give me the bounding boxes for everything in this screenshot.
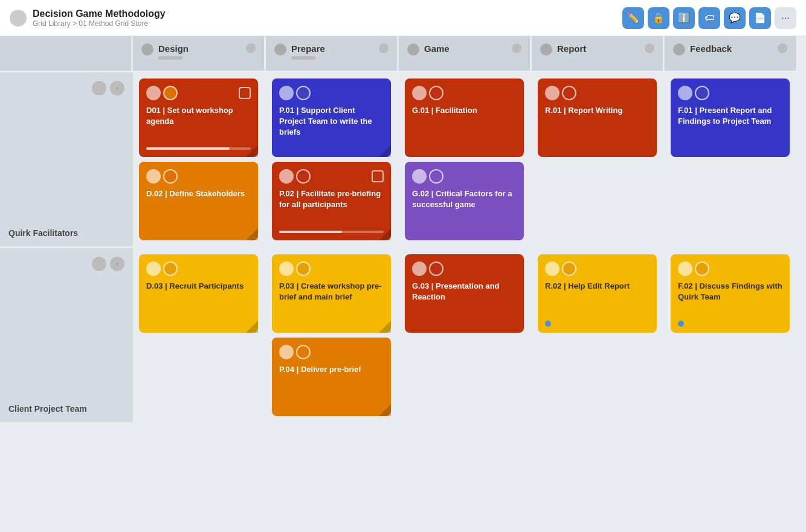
card-r01-header bbox=[545, 86, 650, 100]
card-p02-title: P.02 | Facilitate pre-briefing for all p… bbox=[279, 188, 384, 231]
game-col-avatar bbox=[407, 43, 419, 56]
card-p02-progress bbox=[279, 231, 384, 233]
grid-container: Design Prepare bbox=[0, 36, 806, 532]
card-r01-title: R.01 | Report Writing bbox=[545, 105, 650, 150]
feedback-col-avatar bbox=[673, 43, 685, 56]
card-d02-title: D.02 | Define Stakeholders bbox=[146, 188, 251, 233]
card-r02[interactable]: R.02 | Help Edit Report bbox=[538, 254, 657, 333]
row-header-client: › Client Project Team bbox=[0, 248, 133, 424]
row-header-quirk: › Quirk Facilitators bbox=[0, 72, 133, 248]
card-p03[interactable]: P.03 | Create workshop pre-brief and mai… bbox=[272, 254, 391, 333]
card-d02-avatar1 bbox=[146, 169, 161, 184]
app-avatar bbox=[10, 10, 27, 27]
edit-button[interactable]: ✏️ bbox=[622, 7, 644, 29]
app-header: Decision Game Methodology Grid Library >… bbox=[0, 0, 806, 36]
client-row-menu[interactable]: › bbox=[110, 257, 124, 271]
card-r01[interactable]: R.01 | Report Writing bbox=[538, 79, 657, 157]
card-p04-header bbox=[279, 345, 384, 359]
card-p02-avatar2 bbox=[296, 169, 311, 184]
cell-client-prepare: P.03 | Create workshop pre-brief and mai… bbox=[266, 248, 399, 424]
app-title: Decision Game Methodology bbox=[33, 8, 166, 19]
card-g03-avatar1 bbox=[412, 261, 427, 276]
card-g02-title: G.02 | Critical Factors for a successful… bbox=[412, 188, 517, 233]
card-r02-header bbox=[545, 261, 650, 276]
card-d01[interactable]: D01 | Set out workshop agenda bbox=[139, 79, 258, 157]
more-button[interactable]: ··· bbox=[775, 7, 796, 29]
header-left: Decision Game Methodology Grid Library >… bbox=[10, 8, 166, 28]
card-g02-avatar2 bbox=[429, 169, 443, 184]
col-header-report: Report bbox=[532, 36, 665, 72]
cell-quirk-prepare: P.01 | Support Client Project Team to wr… bbox=[266, 72, 399, 248]
card-f01[interactable]: F.01 | Present Report and Findings to Pr… bbox=[671, 79, 790, 157]
quirk-row-menu[interactable]: › bbox=[110, 81, 124, 95]
card-p01-avatar2 bbox=[296, 86, 311, 100]
toolbar: ✏️ 🔒 ℹ️ 🏷 💬 📄 ··· bbox=[622, 7, 796, 29]
card-r02-dot bbox=[545, 321, 551, 327]
card-d03-header bbox=[146, 261, 251, 276]
design-col-avatar bbox=[141, 43, 153, 56]
card-p01-avatar1 bbox=[279, 86, 294, 100]
prepare-col-icon bbox=[379, 43, 388, 53]
card-f02-dot bbox=[678, 321, 684, 327]
card-d01-checkbox[interactable] bbox=[239, 87, 251, 99]
card-f02-header bbox=[678, 261, 782, 276]
card-f02-avatar2 bbox=[695, 261, 709, 276]
row-header-client-icons: › bbox=[8, 257, 124, 271]
card-d01-title: D01 | Set out workshop agenda bbox=[146, 105, 251, 147]
card-r01-avatar2 bbox=[562, 86, 576, 100]
card-d01-avatar1 bbox=[146, 86, 161, 100]
card-f02[interactable]: F.02 | Discuss Findings with Quirk Team bbox=[671, 254, 790, 333]
card-d03[interactable]: D.03 | Recruit Participants bbox=[139, 254, 258, 333]
card-d01-progress bbox=[146, 147, 251, 150]
card-p02-avatar1 bbox=[279, 169, 294, 184]
card-g02[interactable]: G.02 | Critical Factors for a successful… bbox=[405, 162, 524, 240]
card-p02-checkbox[interactable] bbox=[372, 170, 384, 182]
card-p01-header bbox=[279, 86, 384, 100]
document-button[interactable]: 📄 bbox=[749, 7, 771, 29]
card-p01[interactable]: P.01 | Support Client Project Team to wr… bbox=[272, 79, 391, 157]
cell-quirk-game: G.01 | Facilitation G.02 | Critical Fact… bbox=[399, 72, 532, 248]
card-g02-avatar1 bbox=[412, 169, 427, 184]
card-d02-avatars bbox=[146, 169, 178, 184]
design-col-icon bbox=[246, 43, 256, 53]
design-col-bar bbox=[158, 56, 182, 60]
card-d01-progress-fill bbox=[146, 147, 230, 150]
cell-client-report: R.02 | Help Edit Report bbox=[532, 248, 665, 424]
prepare-col-avatar bbox=[274, 43, 286, 56]
col-header-feedback: Feedback bbox=[665, 36, 798, 72]
card-r02-avatar2 bbox=[562, 261, 576, 276]
col-header-game: Game bbox=[399, 36, 532, 72]
card-g01[interactable]: G.01 | Facilitation bbox=[405, 79, 524, 157]
card-d01-avatars bbox=[146, 86, 178, 100]
feedback-col-title: Feedback bbox=[690, 43, 732, 54]
card-r01-avatar1 bbox=[545, 86, 559, 100]
card-g03-avatar2 bbox=[429, 261, 443, 276]
card-d02[interactable]: D.02 | Define Stakeholders bbox=[139, 162, 258, 240]
card-d03-title: D.03 | Recruit Participants bbox=[146, 281, 251, 325]
info-button[interactable]: ℹ️ bbox=[673, 7, 695, 29]
card-p03-header bbox=[279, 261, 384, 276]
card-p03-avatar1 bbox=[279, 261, 294, 276]
card-g01-avatar1 bbox=[412, 86, 427, 100]
card-g03[interactable]: G.03 | Presentation and Reaction bbox=[405, 254, 524, 333]
card-p02-avatars bbox=[279, 169, 311, 184]
card-p04[interactable]: P.04 | Deliver pre-brief bbox=[272, 338, 391, 416]
breadcrumb: Grid Library > 01 Method Grid Store bbox=[33, 19, 166, 28]
lock-button[interactable]: 🔒 bbox=[648, 7, 669, 29]
card-p02-progress-fill bbox=[279, 231, 342, 233]
comment-button[interactable]: 💬 bbox=[724, 7, 746, 29]
card-d02-header bbox=[146, 169, 251, 184]
card-f01-title: F.01 | Present Report and Findings to Pr… bbox=[678, 105, 782, 150]
card-g03-header bbox=[412, 261, 517, 276]
card-p02[interactable]: P.02 | Facilitate pre-briefing for all p… bbox=[272, 162, 391, 240]
feedback-col-icon bbox=[778, 43, 787, 53]
card-r02-avatars bbox=[545, 261, 576, 276]
card-f01-header bbox=[678, 86, 782, 100]
report-col-title: Report bbox=[557, 43, 586, 54]
cell-client-feedback: F.02 | Discuss Findings with Quirk Team bbox=[665, 248, 798, 424]
card-d03-avatar1 bbox=[146, 261, 161, 276]
client-row-title: Client Project Team bbox=[8, 404, 124, 414]
tag-button[interactable]: 🏷 bbox=[698, 7, 720, 29]
client-row-avatar bbox=[92, 257, 106, 271]
report-col-icon bbox=[645, 43, 654, 53]
